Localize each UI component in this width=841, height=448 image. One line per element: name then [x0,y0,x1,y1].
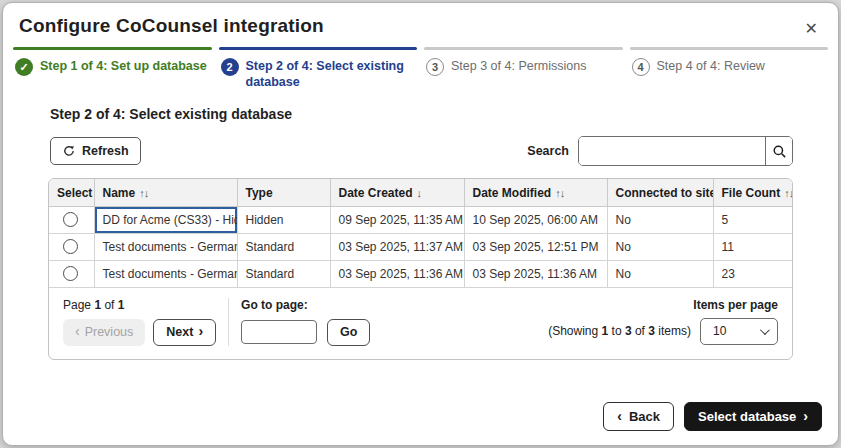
step-1-check-icon: ✓ [15,58,33,76]
row-3-date-modified: 03 Sep 2025, 11:36 AM [464,260,607,287]
row-2-radio[interactable] [63,239,78,254]
row-3-file-count: 23 [713,260,793,287]
step-4-review[interactable]: 4 Step 4 of 4: Review [630,47,829,90]
configure-cocounsel-dialog: Configure CoCounsel integration ✕ ✓ Step… [2,2,839,446]
sort-icon-file-count[interactable]: ↑↓ [784,187,793,199]
row-1-date-created: 09 Sep 2025, 11:35 AM [330,206,464,233]
goto-page-label: Go to page: [241,298,370,312]
showing-items-text: (Showing 1 to 3 of 3 items) [548,324,691,338]
step-3-number-badge: 3 [426,58,444,76]
row-2-type: Standard [237,233,330,260]
row-2-date-modified: 03 Sep 2025, 12:51 PM [464,233,607,260]
pagination-divider [228,298,229,346]
search-label: Search [527,144,569,158]
row-1-date-modified: 10 Sep 2025, 06:00 AM [464,206,607,233]
column-header-date-modified[interactable]: Date Modified↑↓ [464,179,607,206]
row-3-date-created: 03 Sep 2025, 11:36 AM [330,260,464,287]
row-3-connected-to-site: No [607,260,713,287]
step-2-progress-bar [219,47,418,50]
chevron-right-icon: › [803,409,808,423]
step-4-number-badge: 4 [632,58,650,76]
wizard-stepper: ✓ Step 1 of 4: Set up database 2 Step 2 … [13,47,828,90]
search-button[interactable] [765,137,792,165]
back-button[interactable]: ‹ Back [603,402,674,431]
search-icon [772,144,787,159]
close-icon[interactable]: ✕ [805,15,822,37]
chevron-down-icon [760,325,770,335]
step-3-label: Step 3 of 4: Permissions [451,57,586,75]
go-button[interactable]: Go [327,319,370,346]
refresh-label: Refresh [82,144,129,158]
table-row[interactable]: Test documents - German Standard 03 Sep … [49,233,793,260]
sort-icon-name[interactable]: ↑↓ [139,187,148,199]
database-table: Select Name↑↓ Type Date Created↓ Date Mo… [49,179,793,288]
goto-page-input[interactable] [241,320,317,344]
step-2-label: Step 2 of 4: Select existing database [246,57,418,90]
row-3-type: Standard [237,260,330,287]
next-page-button[interactable]: Next › [153,319,216,346]
step-1-progress-bar [13,47,212,50]
items-per-page-label: Items per page [693,298,778,312]
step-1-set-up-database[interactable]: ✓ Step 1 of 4: Set up database [13,47,212,90]
table-row[interactable]: Test documents - German Standard 03 Sep … [49,260,793,287]
chevron-left-icon: ‹ [75,324,80,338]
row-2-name-cell[interactable]: Test documents - German [94,233,237,260]
dialog-header: Configure CoCounsel integration ✕ [3,3,838,37]
column-header-name[interactable]: Name↑↓ [94,179,237,206]
sort-icon-date-modified[interactable]: ↑↓ [555,187,564,199]
step-4-label: Step 4 of 4: Review [657,57,765,75]
step-3-permissions[interactable]: 3 Step 3 of 4: Permissions [424,47,623,90]
table-header-row: Select Name↑↓ Type Date Created↓ Date Mo… [49,179,793,206]
search-input[interactable] [579,137,765,165]
row-2-date-created: 03 Sep 2025, 11:37 AM [330,233,464,260]
refresh-icon [62,144,76,158]
pagination-bar: Page 1 of 1 ‹ Previous Next › [49,288,792,359]
row-1-name-cell[interactable]: DD for Acme (CS33) - Hidden [94,206,237,233]
search-group [578,136,793,166]
items-per-page-select[interactable]: 10 [700,318,778,345]
row-3-name-cell[interactable]: Test documents - German [94,260,237,287]
dialog-footer: ‹ Back Select database › [603,402,822,431]
row-1-radio[interactable] [63,212,78,227]
column-header-connected-to-site: Connected to site [607,179,713,206]
row-2-file-count: 11 [713,233,793,260]
step-3-progress-bar [424,47,623,50]
items-per-page-value: 10 [713,324,726,338]
chevron-right-icon: › [198,324,203,338]
page-info: Page 1 of 1 [63,298,216,312]
section-heading: Step 2 of 4: Select existing database [50,106,793,122]
chevron-left-icon: ‹ [617,409,622,423]
row-1-connected-to-site: No [607,206,713,233]
column-header-type: Type [237,179,330,206]
column-header-select: Select [49,179,94,206]
column-header-file-count[interactable]: File Count↑↓ [713,179,793,206]
step-4-progress-bar [630,47,829,50]
row-3-radio[interactable] [63,266,78,281]
row-2-connected-to-site: No [607,233,713,260]
step-2-number-badge: 2 [221,58,239,76]
row-1-file-count: 5 [713,206,793,233]
select-database-button[interactable]: Select database › [684,402,822,431]
dialog-title: Configure CoCounsel integration [19,15,324,37]
table-row[interactable]: DD for Acme (CS33) - Hidden Hidden 09 Se… [49,206,793,233]
column-header-date-created[interactable]: Date Created↓ [330,179,464,206]
database-table-card: Select Name↑↓ Type Date Created↓ Date Mo… [48,178,793,360]
previous-page-button[interactable]: ‹ Previous [63,319,145,346]
table-toolbar: Refresh Search [50,136,793,166]
sort-icon-date-created[interactable]: ↓ [417,187,422,199]
refresh-button[interactable]: Refresh [50,137,141,165]
row-1-type: Hidden [237,206,330,233]
step-2-select-existing-database[interactable]: 2 Step 2 of 4: Select existing database [219,47,418,90]
step-1-label: Step 1 of 4: Set up database [40,57,207,75]
